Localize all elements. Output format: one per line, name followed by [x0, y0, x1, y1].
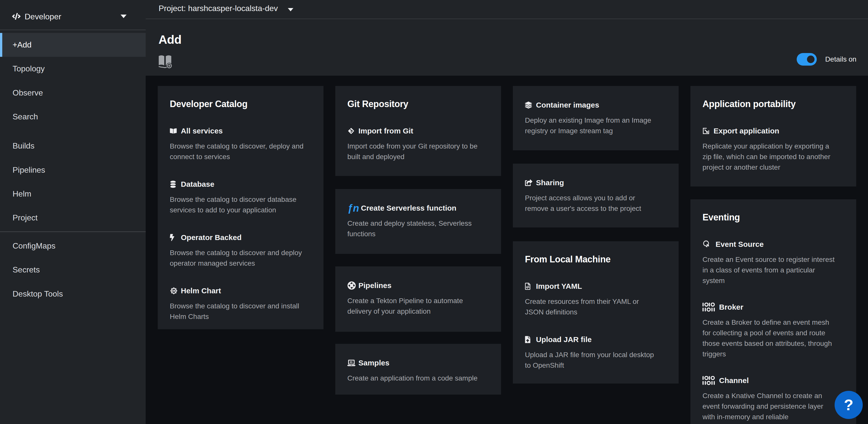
svg-text:HELM: HELM: [172, 290, 176, 291]
